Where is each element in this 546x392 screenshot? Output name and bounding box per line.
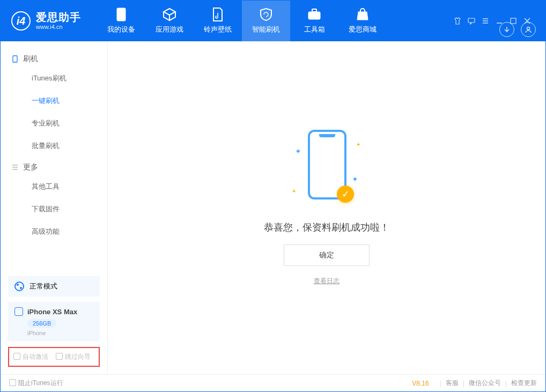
refresh-shield-icon (259, 8, 273, 21)
mode-label: 正常模式 (29, 282, 57, 291)
logo-icon: i4 (11, 11, 31, 31)
device-icon (11, 55, 19, 63)
tab-store[interactable]: 爱思商城 (338, 1, 387, 41)
link-update[interactable]: 检查更新 (511, 379, 537, 388)
feedback-icon[interactable] (467, 17, 476, 25)
titlebar: i4 爱思助手 www.i4.cn 我的设备 应用游戏 铃声壁纸 智能刷机 (1, 1, 545, 41)
cube-icon (163, 8, 176, 21)
main-tabs: 我的设备 应用游戏 铃声壁纸 智能刷机 工具箱 爱思商城 (97, 1, 387, 41)
tab-label: 铃声壁纸 (204, 25, 232, 34)
device-name: iPhone XS Max (27, 308, 77, 316)
sidebar-item-firmware[interactable]: 下载固件 (1, 198, 107, 220)
sidebar-item-adv[interactable]: 高级功能 (1, 220, 107, 243)
menu-icon[interactable] (481, 17, 490, 25)
app-window: i4 爱思助手 www.i4.cn 我的设备 应用游戏 铃声壁纸 智能刷机 (0, 0, 546, 392)
svg-rect-6 (13, 56, 17, 62)
sidebar-item-batch[interactable]: 批量刷机 (1, 135, 107, 157)
device-type: iPhone (27, 330, 46, 336)
app-logo: i4 爱思助手 www.i4.cn (11, 11, 81, 31)
phone-icon (14, 307, 23, 316)
sidebar-item-onekey[interactable]: 一键刷机 (1, 90, 107, 112)
tshirt-icon[interactable] (453, 17, 462, 25)
sidebar-group-flash: 刷机 (1, 49, 107, 67)
svg-point-5 (527, 27, 530, 30)
svg-rect-3 (468, 18, 475, 23)
success-illustration: ✦✦ ✦✦ ✓ (292, 130, 361, 210)
group-label: 更多 (23, 162, 38, 172)
tab-label: 工具箱 (304, 25, 325, 34)
device-box[interactable]: iPhone XS Max 256GB iPhone (8, 302, 100, 342)
body: 刷机 iTunes刷机 一键刷机 专业刷机 批量刷机 更多 其他工具 下载固件 … (1, 41, 545, 374)
flash-options-box: 自动激活 跳过向导 (8, 347, 100, 367)
mode-box[interactable]: 正常模式 (8, 276, 100, 297)
list-icon (11, 164, 19, 171)
group-label: 刷机 (23, 54, 38, 64)
success-message: 恭喜您，保资料刷机成功啦！ (264, 221, 389, 234)
sidebar-item-pro[interactable]: 专业刷机 (1, 112, 107, 135)
sidebar-item-itunes[interactable]: iTunes刷机 (1, 67, 107, 90)
statusbar: 阻止iTunes运行 V8.16 | 客服 | 微信公众号 | 检查更新 (1, 374, 545, 391)
sidebar-group-more: 更多 (1, 157, 107, 175)
tab-media[interactable]: 铃声壁纸 (194, 1, 242, 41)
main-content: ✦✦ ✦✦ ✓ 恭喜您，保资料刷机成功啦！ 确定 查看日志 (108, 41, 545, 374)
toolbox-icon (307, 8, 321, 21)
svg-rect-2 (312, 9, 316, 12)
svg-rect-0 (117, 8, 126, 21)
tab-label: 应用游戏 (156, 25, 183, 34)
link-support[interactable]: 客服 (446, 379, 459, 388)
checkbox-auto-activate[interactable]: 自动激活 (13, 352, 48, 361)
app-domain: www.i4.cn (36, 24, 81, 31)
view-log-link[interactable]: 查看日志 (314, 277, 340, 286)
tab-label: 智能刷机 (252, 25, 280, 34)
version-label: V8.16 (412, 380, 429, 387)
sidebar-item-other[interactable]: 其他工具 (1, 175, 107, 198)
tab-label: 爱思商城 (349, 25, 377, 34)
sidebar: 刷机 iTunes刷机 一键刷机 专业刷机 批量刷机 更多 其他工具 下载固件 … (1, 41, 108, 374)
download-button[interactable] (499, 22, 514, 37)
device-capacity: 256GB (27, 319, 56, 328)
confirm-button[interactable]: 确定 (284, 245, 370, 266)
check-badge-icon: ✓ (337, 186, 354, 203)
checkbox-skip-guide[interactable]: 跳过向导 (56, 352, 91, 361)
tab-label: 我的设备 (107, 25, 135, 34)
svg-rect-1 (308, 12, 320, 19)
music-file-icon (211, 8, 225, 21)
tab-flash[interactable]: 智能刷机 (242, 1, 290, 41)
tab-device[interactable]: 我的设备 (97, 1, 145, 41)
link-wechat[interactable]: 微信公众号 (469, 379, 501, 388)
tab-tools[interactable]: 工具箱 (290, 1, 338, 41)
mode-icon (14, 282, 24, 291)
user-button[interactable] (521, 22, 536, 37)
checkbox-block-itunes[interactable]: 阻止iTunes运行 (9, 379, 63, 388)
app-name: 爱思助手 (36, 11, 81, 24)
tab-apps[interactable]: 应用游戏 (145, 1, 194, 41)
shopping-bag-icon (356, 8, 370, 21)
phone-icon (114, 8, 128, 21)
